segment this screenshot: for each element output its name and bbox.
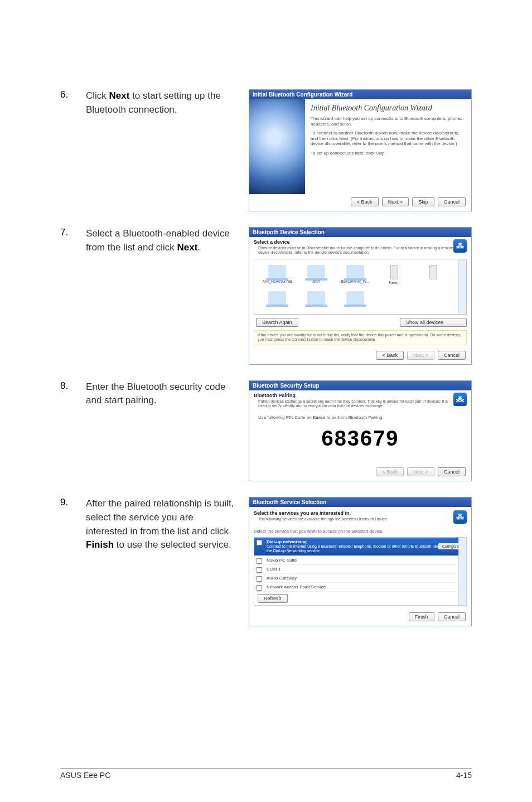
bluetooth-icon: ⁂: [453, 510, 467, 524]
checkbox[interactable]: [257, 576, 262, 582]
wizard-paragraph: To set up connections later, click Skip.: [311, 151, 466, 156]
cancel-button[interactable]: Cancel: [438, 197, 466, 206]
step-text: Enter the Bluetooth security code and st…: [86, 380, 249, 408]
laptop-icon: [268, 265, 286, 278]
step-number: 7.: [60, 227, 86, 238]
phone-icon: [429, 265, 437, 279]
laptop-icon: [307, 265, 325, 278]
device-item[interactable]: amn: [297, 263, 336, 289]
dialog-header: Select a device: [254, 239, 467, 245]
dialog-subtext: Paired devices exchange a secret key eac…: [258, 399, 467, 409]
dialog-subtext: Remote devices must be in Discoverable m…: [258, 246, 467, 255]
cancel-button[interactable]: Cancel: [438, 612, 466, 621]
step-text: After the paired relationship is built, …: [86, 497, 249, 552]
next-button[interactable]: Next >: [407, 351, 434, 360]
dialog-title: Bluetooth Device Selection: [249, 228, 471, 237]
checkbox[interactable]: [257, 558, 262, 564]
device-item[interactable]: Karen: [375, 263, 414, 289]
footer-page-number: 4-15: [456, 771, 472, 780]
back-button: < Back: [376, 467, 404, 476]
next-button[interactable]: Next >: [382, 197, 409, 206]
device-item[interactable]: AIR_HUANG-NB: [258, 263, 297, 289]
step-text: Click Next to start setting up the Bluet…: [86, 89, 249, 117]
dialog-title: Bluetooth Security Setup: [249, 381, 471, 390]
skip-button[interactable]: Skip: [412, 197, 434, 206]
checkbox[interactable]: [257, 585, 262, 591]
checkbox[interactable]: ✔: [257, 540, 262, 545]
footer-product: ASUS Eee PC: [60, 771, 110, 780]
device-item[interactable]: [414, 263, 453, 289]
laptop-icon: [268, 291, 286, 305]
dialog-title: Initial Bluetooth Configuration Wizard: [249, 90, 471, 99]
wizard-paragraph: This wizard can help you set up connecti…: [311, 116, 466, 127]
device-list[interactable]: AIR_HUANG-NB amn BENJAMIN_W... Karen: [254, 259, 467, 315]
wizard-paragraph: To connect to another Bluetooth device n…: [311, 131, 466, 147]
service-item[interactable]: Network Access Point Service: [254, 583, 466, 592]
step-number: 8.: [60, 380, 86, 392]
screenshot-service-selection: Bluetooth Service Selection ⁂ Select the…: [249, 497, 472, 626]
finish-button[interactable]: Finish: [409, 612, 434, 621]
next-button: Next >: [407, 467, 434, 476]
refresh-button[interactable]: Refresh: [258, 594, 288, 603]
back-button[interactable]: < Back: [376, 351, 404, 360]
phone-icon: [390, 265, 398, 279]
service-item[interactable]: COM 1: [254, 565, 466, 574]
show-devices-dropdown[interactable]: Show all devices: [400, 318, 467, 327]
globe-image: [249, 99, 305, 194]
service-item-dialup[interactable]: ✔ Dial-up networking Connect to the Inte…: [254, 538, 466, 556]
scrollbar[interactable]: [458, 538, 466, 605]
laptop-icon: [346, 265, 364, 278]
checkbox[interactable]: [257, 567, 262, 573]
cancel-button[interactable]: Cancel: [438, 467, 466, 476]
laptop-icon: [307, 291, 325, 305]
scrollbar[interactable]: [458, 259, 466, 314]
dialog-subtext: The following services are available thr…: [258, 517, 467, 521]
device-item[interactable]: BENJAMIN_W...: [336, 263, 375, 289]
bluetooth-icon: ⁂: [453, 393, 467, 406]
device-item[interactable]: [297, 289, 336, 311]
screenshot-initial-wizard: Initial Bluetooth Configuration Wizard I…: [249, 89, 472, 211]
list-header: Select the service that you want to acce…: [254, 529, 467, 534]
dialog-header: Select the services you are interested i…: [254, 510, 467, 516]
device-item[interactable]: [336, 289, 375, 311]
step-text: Select a Bluetooth-enabled device from t…: [86, 227, 249, 254]
screenshot-security-setup: Bluetooth Security Setup ⁂ Bluetooth Pai…: [249, 380, 472, 482]
service-item[interactable]: Audio Gateway: [254, 574, 466, 583]
step-number: 6.: [60, 89, 86, 100]
laptop-icon: [346, 291, 364, 305]
step-number: 9.: [60, 497, 86, 508]
pin-code: 683679: [254, 423, 467, 462]
device-item[interactable]: [258, 289, 297, 311]
cancel-button[interactable]: Cancel: [438, 351, 466, 360]
dialog-title: Bluetooth Service Selection: [249, 497, 471, 507]
dialog-header: Bluetooth Pairing: [254, 393, 467, 398]
back-button[interactable]: < Back: [351, 197, 379, 206]
wizard-heading: Initial Bluetooth Configuration Wizard: [311, 104, 466, 113]
screenshot-device-selection: Bluetooth Device Selection ⁂ Select a de…: [249, 227, 472, 365]
pin-instruction: Use following PIN Code on Karen to perfo…: [254, 412, 467, 423]
search-again-button[interactable]: Search Again: [256, 318, 298, 327]
service-item[interactable]: Nokia PC Suite: [254, 556, 466, 565]
bluetooth-icon: ⁂: [453, 239, 467, 253]
info-note: If the device you are looking for is not…: [254, 330, 467, 345]
service-list: ✔ Dial-up networking Connect to the Inte…: [254, 537, 467, 606]
